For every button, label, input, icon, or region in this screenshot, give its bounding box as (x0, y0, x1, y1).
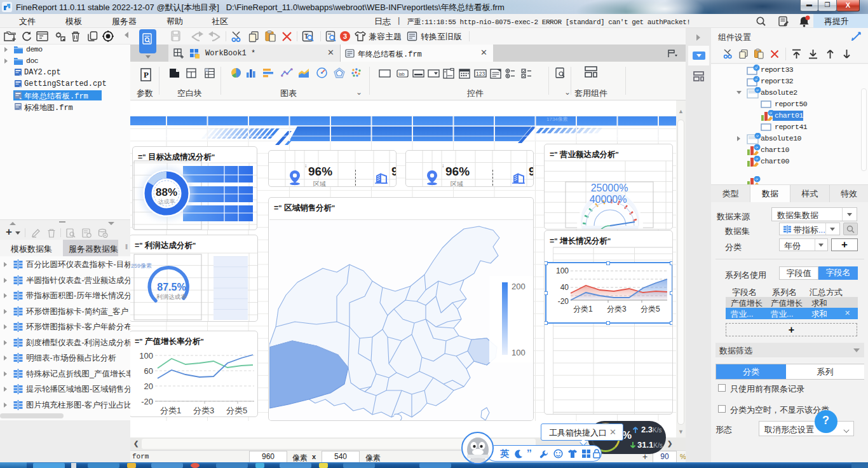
svg-text:1734像素: 1734像素 (546, 116, 568, 122)
svg-text:分类3: 分类3 (607, 305, 627, 313)
svg-text:利润达成率: 利润达成率 (156, 293, 187, 300)
svg-text:40: 40 (560, 283, 569, 292)
svg-text:分类5: 分类5 (641, 305, 660, 313)
svg-text:-20: -20 (558, 297, 569, 306)
svg-text:25000%: 25000% (591, 182, 628, 193)
svg-text:达成率: 达成率 (158, 198, 175, 205)
svg-text:87.5%: 87.5% (157, 282, 186, 292)
svg-text:P: P (144, 70, 149, 79)
svg-text:100: 100 (556, 266, 569, 275)
svg-text:分类5: 分类5 (226, 406, 247, 415)
svg-text:100: 100 (512, 348, 526, 357)
svg-text:-20: -20 (141, 397, 153, 406)
svg-text:200: 200 (512, 282, 526, 291)
svg-text:20: 20 (144, 382, 153, 391)
svg-text:60: 60 (144, 366, 153, 376)
svg-text:40000%: 40000% (590, 194, 627, 205)
svg-text:分类3: 分类3 (193, 406, 214, 415)
svg-text:分类1: 分类1 (573, 305, 593, 313)
svg-text:分类1: 分类1 (160, 406, 181, 415)
svg-text:88%: 88% (156, 186, 177, 198)
svg-text:100: 100 (139, 351, 153, 361)
